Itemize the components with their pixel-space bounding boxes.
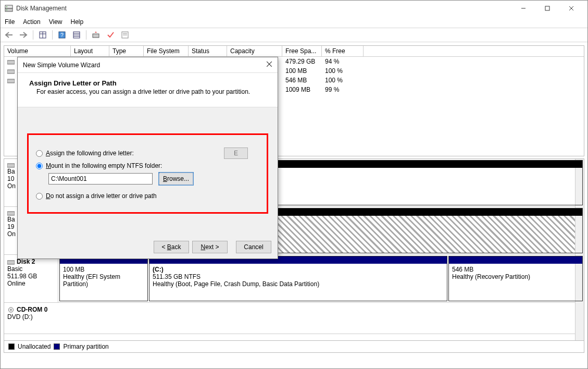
svg-rect-17 [93, 34, 99, 38]
drive-icon [7, 78, 15, 83]
disk-icon [7, 210, 15, 216]
grid-icon[interactable] [36, 29, 49, 41]
svg-rect-5 [545, 6, 549, 10]
cancel-button[interactable]: Cancel [236, 241, 271, 253]
wizard-title: New Simple Volume Wizard [23, 62, 100, 69]
partition[interactable]: (C:) 511.35 GB NTFS Healthy (Boot, Page … [149, 256, 447, 301]
col-layout[interactable]: Layout [71, 46, 109, 56]
drive-icon [7, 59, 15, 65]
swatch-unallocated [8, 343, 15, 350]
col-type[interactable]: Type [109, 46, 144, 56]
table-header: Volume Layout Type File System Status Ca… [4, 46, 584, 57]
toolbar-separator [86, 30, 86, 40]
properties-icon[interactable] [119, 29, 131, 41]
mount-path-input[interactable] [48, 173, 153, 185]
svg-text:?: ? [60, 32, 64, 38]
wizard-titlebar[interactable]: New Simple Volume Wizard [18, 57, 278, 73]
window-controls [511, 1, 583, 16]
drive-icon [7, 68, 15, 74]
radio-no-assign[interactable] [36, 193, 43, 200]
maximize-button[interactable] [535, 1, 559, 16]
disk-row: Disk 2 Basic 511.98 GB Online 100 MB Hea… [4, 255, 584, 303]
minimize-button[interactable] [511, 1, 535, 16]
partition[interactable]: 100 MB Healthy (EFI System Partition) [59, 256, 148, 301]
menu-view[interactable]: View [49, 18, 62, 26]
disk-icon [7, 259, 15, 265]
check-icon[interactable] [104, 29, 117, 41]
back-button[interactable]: < Back [154, 241, 189, 253]
col-free[interactable]: Free Spa... [282, 46, 322, 56]
menu-help[interactable]: Help [71, 18, 84, 26]
toolbar-separator [52, 30, 53, 40]
toolbar: ? [1, 28, 587, 42]
option-group-highlight: Assign the following drive letter: E Mou… [27, 133, 268, 214]
partition[interactable]: 546 MB Healthy (Recovery Partition) [448, 256, 583, 301]
forward-icon[interactable] [17, 29, 30, 41]
swatch-primary [54, 343, 60, 350]
svg-point-3 [6, 9, 7, 10]
disk-info[interactable]: Disk 2 Basic 511.98 GB Online [4, 255, 58, 302]
disk-icon [7, 162, 15, 168]
wizard-heading: Assign Drive Letter or Path [26, 77, 269, 87]
col-fs[interactable]: File System [144, 46, 189, 56]
disk-info[interactable]: CD-ROM 0 DVD (D:) [4, 303, 584, 334]
svg-rect-25 [7, 212, 15, 215]
titlebar: Disk Management [1, 1, 587, 16]
refresh-icon[interactable] [90, 29, 102, 41]
svg-rect-22 [7, 70, 15, 73]
drive-letter-select[interactable]: E [224, 147, 248, 159]
label-no-assign: Do not assign a drive letter or drive pa… [46, 192, 157, 200]
window-title: Disk Management [16, 5, 67, 12]
svg-point-2 [6, 6, 7, 7]
svg-rect-26 [7, 261, 15, 264]
wizard-dialog: New Simple Volume Wizard Assign Drive Le… [17, 57, 278, 259]
svg-rect-24 [7, 164, 15, 167]
menu-file[interactable]: File [5, 18, 15, 26]
col-capacity[interactable]: Capacity [227, 46, 282, 56]
menu-action[interactable]: Action [23, 18, 40, 26]
svg-point-28 [10, 309, 11, 310]
label-assign-letter: Assign the following drive letter: [46, 150, 134, 157]
close-button[interactable] [559, 1, 583, 16]
legend: Unallocated Primary partition [4, 341, 584, 353]
svg-rect-21 [7, 60, 15, 64]
disk-row: CD-ROM 0 DVD (D:) [4, 303, 584, 334]
radio-assign-letter[interactable] [36, 150, 43, 157]
svg-rect-23 [7, 79, 15, 83]
back-icon[interactable] [3, 29, 15, 41]
wizard-close-icon[interactable] [266, 61, 272, 69]
next-button[interactable]: Next > [192, 241, 228, 253]
col-volume[interactable]: Volume [4, 46, 71, 56]
col-status[interactable]: Status [189, 46, 227, 56]
list-icon[interactable] [70, 29, 83, 41]
help-icon[interactable]: ? [56, 29, 68, 41]
browse-button[interactable]: Browse... [159, 173, 193, 185]
wizard-subtext: For easier access, you can assign a driv… [26, 87, 269, 101]
menu-bar: File Action View Help [1, 16, 587, 28]
col-pct[interactable]: % Free [322, 46, 364, 56]
radio-mount-folder[interactable] [36, 163, 43, 169]
cdrom-icon [7, 307, 15, 313]
label-mount-folder: Mount in the following empty NTFS folder… [46, 162, 162, 169]
app-icon [5, 4, 13, 13]
toolbar-separator [33, 30, 33, 40]
